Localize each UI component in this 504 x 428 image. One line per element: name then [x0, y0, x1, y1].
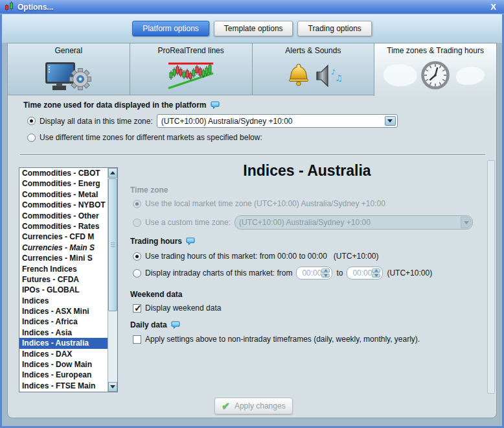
- options-dialog: Options... X Platform options Template o…: [0, 0, 504, 428]
- daily-data-heading: Daily data: [130, 320, 180, 329]
- intraday-to-stepper[interactable]: 00:00: [347, 267, 383, 279]
- scroll-down-icon[interactable]: [108, 382, 117, 392]
- top-tab-bar: Platform options Template options Tradin…: [2, 14, 502, 43]
- trading-hours-heading-text: Trading hours: [130, 237, 182, 246]
- platform-timezone-select[interactable]: (UTC+10:00) Australia/Sydney +10:00: [157, 114, 398, 128]
- list-item[interactable]: Indices - Dow Main: [19, 359, 108, 370]
- weekend-data-label: Display weekend data: [145, 303, 221, 313]
- per-market-timezone-option[interactable]: Use different time zones for different m…: [27, 133, 262, 142]
- dialog-frame: Platform options Template options Tradin…: [2, 14, 502, 426]
- use-market-hours-radio[interactable]: [133, 252, 141, 261]
- apply-changes-label: Apply changes: [235, 401, 286, 410]
- spin-down-icon[interactable]: [372, 274, 380, 278]
- close-icon[interactable]: X: [490, 2, 499, 12]
- per-market-radio[interactable]: [27, 134, 36, 142]
- list-item[interactable]: Commodities - Energ: [19, 178, 108, 189]
- section-divider: [20, 154, 485, 155]
- chevron-down-icon: [461, 217, 472, 228]
- list-item[interactable]: IPOs - GLOBAL: [19, 285, 108, 295]
- tab-trading-options[interactable]: Trading options: [298, 21, 372, 36]
- from-time-value: 00:00: [302, 268, 321, 278]
- custom-timezone-value: (UTC+10:00) Australia/Sydney +10:00: [239, 218, 371, 227]
- list-item[interactable]: Indices: [19, 296, 108, 306]
- markets-scrollbar[interactable]: [108, 168, 117, 392]
- list-item[interactable]: Commodities - NYBOT: [19, 200, 108, 210]
- list-item[interactable]: Indices - FTSE Main: [19, 381, 108, 391]
- daily-data-label: Apply settings above to non-intraday tim…: [145, 335, 420, 344]
- local-timezone-option: Use the local market time zone (UTC+10:0…: [133, 199, 385, 208]
- use-market-hours-label: Use trading hours of this market: from 0…: [145, 252, 327, 261]
- tab-platform-options[interactable]: Platform options: [132, 21, 209, 36]
- daily-data-option[interactable]: Apply settings above to non-intraday tim…: [133, 335, 420, 344]
- weekend-data-option[interactable]: Display weekend data: [133, 303, 221, 313]
- list-item[interactable]: Commodities - Metal: [19, 189, 108, 200]
- tab-timezones-trading-hours[interactable]: Time zones & Trading hours: [374, 43, 497, 96]
- apply-changes-button[interactable]: ✔ Apply changes: [214, 398, 293, 414]
- trading-hours-heading: Trading hours: [130, 237, 195, 246]
- titlebar[interactable]: Options... X: [0, 0, 504, 14]
- list-item[interactable]: Commodities - Rates: [19, 221, 108, 232]
- spin-up-icon[interactable]: [372, 268, 380, 273]
- trend-chart-icon: [130, 56, 252, 95]
- use-market-hours-option[interactable]: Use trading hours of this market: from 0…: [133, 252, 379, 261]
- scrollbar-thumb[interactable]: [108, 178, 117, 311]
- detail-title: Indices - Australia: [127, 162, 487, 180]
- help-bubble-icon[interactable]: [186, 237, 195, 246]
- intraday-to-label: to: [336, 268, 343, 278]
- spin-up-icon[interactable]: [321, 268, 330, 273]
- help-bubble-icon[interactable]: [211, 101, 220, 110]
- world-clock-icon: [374, 56, 496, 96]
- markets-list[interactable]: Commodities - CBOTCommodities - EnergCom…: [19, 168, 108, 392]
- tab-prorealtrend-lines[interactable]: ProRealTrend lines: [130, 43, 252, 95]
- tab-template-options[interactable]: Template options: [214, 21, 293, 36]
- tab-alerts-sounds[interactable]: Alerts & Sounds ♪ ♫: [252, 43, 374, 95]
- custom-timezone-option: Use a custom time zone: (UTC+10:00) Aust…: [133, 215, 473, 230]
- platform-timezone-heading-text: Time zone used for data displayed in the…: [23, 101, 207, 110]
- local-timezone-radio: [133, 200, 141, 208]
- weekend-data-heading-text: Weekend data: [130, 290, 182, 299]
- candlestick-app-icon: [5, 2, 14, 12]
- list-item[interactable]: Indices - European: [19, 370, 108, 380]
- local-timezone-label: Use the local market time zone (UTC+10:0…: [145, 199, 385, 208]
- intraday-hours-option[interactable]: Display intraday charts of this market: …: [133, 267, 432, 279]
- list-item[interactable]: Futures - CFDA: [19, 274, 108, 285]
- display-all-data-option[interactable]: Display all data in this time zone: (UTC…: [27, 114, 398, 128]
- intraday-radio[interactable]: [133, 269, 141, 278]
- list-item[interactable]: French Indices: [19, 264, 108, 274]
- tab-general-label: General: [55, 46, 83, 55]
- category-tab-bar: General: [7, 43, 497, 95]
- custom-timezone-select: (UTC+10:00) Australia/Sydney +10:00: [235, 215, 473, 230]
- list-item[interactable]: Indices - DAX: [19, 349, 108, 359]
- detail-scrollbar[interactable]: [487, 160, 495, 394]
- list-item[interactable]: Currencies - CFD M: [19, 232, 108, 242]
- list-item[interactable]: Indices - Australia: [19, 338, 108, 348]
- list-item[interactable]: Indices - Africa: [19, 316, 108, 327]
- list-item[interactable]: Commodities - Other: [19, 211, 108, 221]
- timezone-section-heading-text: Time zone: [130, 185, 168, 195]
- timezone-section-heading: Time zone: [130, 185, 168, 195]
- list-item[interactable]: Currencies - Mini S: [19, 253, 108, 263]
- content-panel: Time zone used for data displayed in the…: [7, 95, 497, 418]
- window-title: Options...: [17, 3, 53, 12]
- custom-timezone-label: Use a custom time zone:: [145, 218, 231, 227]
- display-all-label: Display all data in this time zone:: [40, 117, 153, 126]
- intraday-from-stepper[interactable]: 00:00: [296, 267, 332, 279]
- weekend-data-heading: Weekend data: [130, 290, 182, 299]
- markets-listbox[interactable]: Commodities - CBOTCommodities - EnergCom…: [19, 167, 118, 392]
- scroll-up-icon[interactable]: [108, 168, 117, 178]
- tab-general[interactable]: General: [7, 43, 130, 95]
- intraday-tz-label: (UTC+10:00): [387, 268, 432, 278]
- weekend-data-checkbox[interactable]: [133, 304, 141, 313]
- tab-prorealtrend-label: ProRealTrend lines: [157, 46, 223, 55]
- daily-data-checkbox[interactable]: [133, 335, 141, 344]
- list-item[interactable]: Indices - Asia: [19, 327, 108, 338]
- list-item[interactable]: Currencies - Main S: [19, 243, 108, 253]
- list-item[interactable]: Commodities - CBOT: [19, 168, 108, 178]
- chevron-down-icon[interactable]: [385, 116, 396, 126]
- help-bubble-icon[interactable]: [171, 321, 180, 329]
- monitor-gear-icon: [8, 56, 130, 95]
- display-all-radio[interactable]: [27, 117, 36, 125]
- spin-down-icon[interactable]: [321, 274, 330, 278]
- list-item[interactable]: Indices - ASX Mini: [19, 306, 108, 316]
- tab-timezones-label: Time zones & Trading hours: [387, 46, 484, 55]
